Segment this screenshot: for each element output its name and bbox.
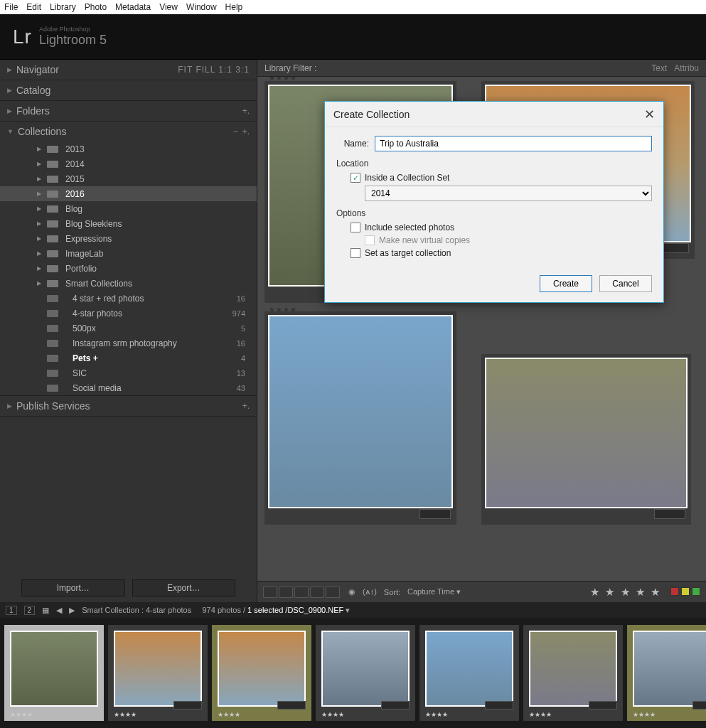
navigator-zoom-options[interactable]: FIT FILL 1:1 3:1 xyxy=(178,65,250,75)
filmstrip-thumb[interactable]: ★★★★ xyxy=(316,625,415,721)
thumbnail-badges[interactable] xyxy=(419,509,451,519)
collection-item[interactable]: ▶Blog xyxy=(0,201,257,216)
filmstrip-thumb[interactable]: ★★★★ xyxy=(212,625,311,721)
panel-collections[interactable]: ▼ Collections − +. xyxy=(0,122,257,141)
collection-set-icon xyxy=(47,265,58,272)
collection-item[interactable]: ▶2013 xyxy=(0,141,257,156)
collection-item[interactable]: ▶ImageLab xyxy=(0,246,257,261)
collection-item[interactable]: 4-star photos974 xyxy=(0,306,257,321)
collection-set-icon xyxy=(47,205,58,213)
import-button[interactable]: Import… xyxy=(21,579,125,596)
dropdown-icon[interactable]: ▾ xyxy=(346,606,350,614)
collection-item[interactable]: Pets +4 xyxy=(0,350,257,365)
target-collection-checkbox[interactable] xyxy=(351,248,360,258)
grid-cell[interactable] xyxy=(481,354,691,525)
filmstrip[interactable]: ★★★★ ★★★★ ★★★★ ★★★★ ★★★★ ★★★★ ★★★★ xyxy=(0,618,706,728)
filmstrip-thumb[interactable]: ★★★★ xyxy=(523,625,623,721)
collection-item[interactable]: ▶2014 xyxy=(0,156,257,171)
filter-attribute[interactable]: Attribu xyxy=(674,63,699,73)
menu-help[interactable]: Help xyxy=(225,2,243,12)
sort-menu[interactable]: Capture Time ▾ xyxy=(407,587,461,596)
grid-toolbar[interactable]: ◉ (ᴀ↕) Sort: Capture Time ▾ ★ ★ ★ ★ ★ xyxy=(257,581,706,602)
menu-metadata[interactable]: Metadata xyxy=(115,2,151,12)
disclosure-icon: ▶ xyxy=(7,107,12,114)
filmstrip-thumb[interactable]: ★★★★ xyxy=(4,625,104,721)
inside-collection-set-checkbox[interactable] xyxy=(351,173,360,183)
panel-navigator[interactable]: ▶ Navigator FIT FILL 1:1 3:1 xyxy=(0,60,257,80)
collection-item[interactable]: ▶2015 xyxy=(0,171,257,186)
create-button[interactable]: Create xyxy=(540,275,592,292)
panel-publish-services[interactable]: ▶ Publish Services +. xyxy=(0,396,257,416)
collection-set-icon xyxy=(47,176,58,183)
create-collection-dialog: Create Collection ✕ Name: Location Insid… xyxy=(324,101,664,303)
export-button[interactable]: Export… xyxy=(132,579,236,596)
thumbnail-badges[interactable] xyxy=(654,509,685,519)
disclosure-icon: ▶ xyxy=(37,161,41,167)
library-filter-bar[interactable]: Library Filter : Text Attribu xyxy=(257,60,706,77)
disclosure-icon: ▼ xyxy=(7,128,14,135)
sort-label: Sort: xyxy=(384,588,400,596)
filter-text[interactable]: Text xyxy=(651,63,667,73)
disclosure-icon: ▶ xyxy=(37,191,41,197)
disclosure-icon: ▶ xyxy=(37,250,41,257)
collection-set-icon xyxy=(47,235,58,242)
menu-edit[interactable]: Edit xyxy=(26,2,41,12)
collection-item[interactable]: 4 star + red photos16 xyxy=(0,291,257,306)
nav-back-icon[interactable]: ◀ xyxy=(56,606,62,615)
collection-item[interactable]: ▶2016 xyxy=(0,186,257,201)
filmstrip-thumb[interactable]: ★★★★ xyxy=(108,625,208,721)
secondary-display-2[interactable]: 2 xyxy=(24,606,36,615)
disclosure-icon: ▶ xyxy=(37,280,41,287)
collection-item[interactable]: ▶Blog Sleeklens xyxy=(0,216,257,231)
collections-minus-icon[interactable]: − xyxy=(233,127,238,136)
menu-photo[interactable]: Photo xyxy=(85,2,107,12)
collection-item[interactable]: Instagram srm photography16 xyxy=(0,336,257,350)
app-menu-bar[interactable]: File Edit Library Photo Metadata View Wi… xyxy=(0,0,706,14)
collection-item[interactable]: SIC13 xyxy=(0,365,257,380)
collection-icon xyxy=(47,295,58,302)
panel-folders[interactable]: ▶ Folders +. xyxy=(0,101,257,121)
thumbnail-image xyxy=(485,358,688,508)
secondary-display-1[interactable]: 1 xyxy=(6,606,17,615)
collection-item[interactable]: 500px5 xyxy=(0,321,257,336)
folders-add-icon[interactable]: +. xyxy=(242,106,250,116)
menu-library[interactable]: Library xyxy=(50,2,76,12)
filmstrip-thumb[interactable]: ★★★★ xyxy=(627,625,706,721)
panel-catalog[interactable]: ▶ Catalog xyxy=(0,80,257,100)
painter-tool-icon[interactable]: ◉ xyxy=(348,587,355,596)
disclosure-icon: ▶ xyxy=(37,265,41,272)
color-label-chips[interactable] xyxy=(668,587,700,597)
name-label: Name: xyxy=(336,139,369,149)
publish-add-icon[interactable]: +. xyxy=(242,401,250,411)
collections-plus-icon[interactable]: +. xyxy=(242,127,250,136)
collection-icon xyxy=(47,385,58,392)
filmstrip-thumb[interactable]: ★★★★ xyxy=(419,625,519,721)
disclosure-icon: ▶ xyxy=(7,402,12,410)
rating-filter[interactable]: ★ ★ ★ ★ ★ xyxy=(590,586,661,599)
menu-file[interactable]: File xyxy=(4,2,18,12)
options-group-label: Options xyxy=(336,208,652,218)
grid-cell[interactable] xyxy=(264,311,456,525)
source-label[interactable]: Smart Collection : 4-star photos xyxy=(82,606,191,614)
collection-item[interactable]: ▶Smart Collections xyxy=(0,276,257,291)
close-icon[interactable]: ✕ xyxy=(644,107,655,122)
collection-set-icon xyxy=(47,220,58,228)
nav-forward-icon[interactable]: ▶ xyxy=(69,606,75,615)
view-mode-buttons[interactable] xyxy=(263,587,341,598)
sort-direction-icon[interactable]: (ᴀ↕) xyxy=(363,587,377,596)
collection-item[interactable]: Social media43 xyxy=(0,380,257,395)
left-panels: ▶ Navigator FIT FILL 1:1 3:1 ▶ Catalog ▶… xyxy=(0,60,257,602)
parent-collection-set-select[interactable]: 2014 xyxy=(365,186,652,201)
menu-view[interactable]: View xyxy=(159,2,178,12)
collection-item[interactable]: ▶Expressions xyxy=(0,231,257,246)
collection-name-input[interactable] xyxy=(375,136,652,151)
disclosure-icon: ▶ xyxy=(7,87,12,94)
collection-icon xyxy=(47,340,58,347)
include-selected-checkbox[interactable] xyxy=(351,223,360,232)
cancel-button[interactable]: Cancel xyxy=(599,275,652,292)
thumbnail-image xyxy=(268,315,453,508)
collection-item[interactable]: ▶Portfolio xyxy=(0,261,257,276)
grid-mode-icon[interactable]: ▦ xyxy=(42,606,49,615)
location-group-label: Location xyxy=(336,159,652,168)
menu-window[interactable]: Window xyxy=(186,2,217,12)
